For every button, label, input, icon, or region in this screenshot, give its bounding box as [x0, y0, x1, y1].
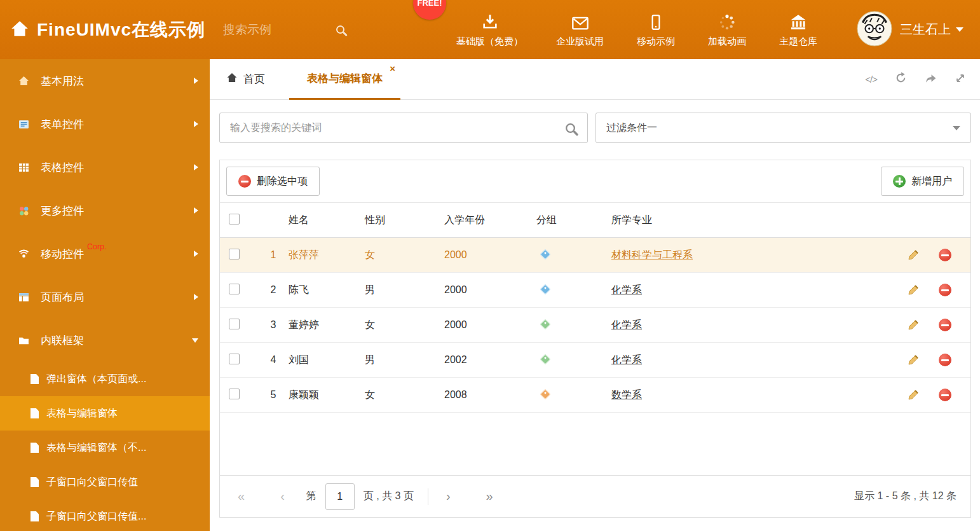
filter-bar: 过滤条件一 — [219, 113, 971, 143]
filter-dropdown[interactable]: 过滤条件一 — [595, 113, 971, 143]
major-link[interactable]: 数学系 — [611, 389, 642, 400]
sidebar-item-iframe[interactable]: 内联框架 — [0, 319, 210, 362]
nav-item-basic-version[interactable]: FREE! 基础版（免费） — [440, 12, 540, 48]
chevron-down-icon — [956, 27, 963, 32]
nav-item-theme-store[interactable]: 主题仓库 — [763, 12, 834, 48]
sidebar-subitem-popup-window[interactable]: 弹出窗体（本页面或... — [0, 362, 210, 396]
main-content: 首页 表格与编辑窗体 × </> 过滤条件一 — [210, 59, 980, 531]
fullscreen-icon[interactable] — [955, 72, 966, 86]
prev-page-button[interactable]: ‹ — [276, 489, 289, 504]
group-tag-icon — [540, 389, 551, 400]
header-search-input[interactable] — [223, 23, 331, 37]
keyword-search-input[interactable] — [230, 122, 566, 134]
edit-icon[interactable] — [899, 319, 927, 331]
sidebar-item-label: 基本用法 — [41, 74, 84, 88]
brand[interactable]: FineUIMvc在线示例 — [10, 18, 205, 42]
table-row[interactable]: 4 刘国 男 2002 化学系 — [220, 343, 970, 378]
row-checkbox[interactable] — [229, 389, 240, 399]
share-icon[interactable] — [925, 72, 937, 86]
enroll-year: 2002 — [444, 354, 536, 366]
record-summary: 显示 1 - 5 条 , 共 12 条 — [854, 490, 956, 503]
sidebar-item-label: 移动控件 — [41, 247, 84, 261]
delete-row-icon[interactable] — [939, 249, 951, 261]
keyword-search — [219, 113, 588, 143]
close-icon[interactable]: × — [390, 63, 395, 74]
sidebar-subitem-grid-edit-window[interactable]: 表格与编辑窗体 — [0, 396, 210, 431]
row-checkbox[interactable] — [229, 284, 240, 294]
search-icon[interactable] — [566, 123, 575, 133]
student-gender: 女 — [365, 389, 444, 402]
next-page-button[interactable]: › — [442, 489, 454, 504]
sidebar-item-more-controls[interactable]: 更多控件 — [0, 189, 210, 232]
delete-row-icon[interactable] — [939, 389, 951, 401]
page-icon — [31, 374, 39, 384]
view-source-icon[interactable]: </> — [865, 74, 877, 85]
tab-grid-edit-window[interactable]: 表格与编辑窗体 × — [289, 59, 400, 100]
header-search — [223, 23, 369, 37]
nav-item-mobile-demo[interactable]: 移动示例 — [620, 12, 691, 48]
tab-tools: </> — [865, 72, 966, 86]
nav-label: 企业版试用 — [556, 36, 604, 48]
table-row[interactable]: 1 张萍萍 女 2000 材料科学与工程系 — [220, 238, 970, 273]
table-row[interactable]: 3 董婷婷 女 2000 化学系 — [220, 308, 970, 343]
col-header-group[interactable]: 分组 — [536, 214, 611, 227]
plus-circle-icon — [893, 175, 906, 188]
col-header-year[interactable]: 入学年份 — [444, 214, 536, 227]
user-menu[interactable]: 三生石上 — [857, 11, 963, 49]
sidebar-item-mobile-controls[interactable]: 移动控件 Corp. — [0, 232, 210, 275]
row-checkbox[interactable] — [229, 249, 240, 259]
major-link[interactable]: 化学系 — [611, 284, 642, 295]
chevron-right-icon — [194, 164, 198, 170]
student-name: 董婷婷 — [289, 319, 365, 332]
edit-icon[interactable] — [899, 284, 927, 296]
edit-icon[interactable] — [899, 354, 927, 366]
sidebar-item-basic-usage[interactable]: 基本用法 — [0, 59, 210, 102]
table-row[interactable]: 5 康颖颖 女 2008 数学系 — [220, 378, 970, 413]
table-icon — [18, 162, 32, 173]
top-header: FineUIMvc在线示例 FREE! 基础版（免费） 企业版试用 移动示例 — [0, 0, 980, 59]
row-checkbox[interactable] — [229, 319, 240, 329]
sidebar-subitem-label: 子窗口向父窗口传值 — [46, 476, 138, 489]
delete-selected-button[interactable]: 删除选中项 — [226, 167, 320, 196]
layout-icon — [18, 292, 32, 303]
row-number: 5 — [258, 389, 289, 401]
table-row[interactable]: 2 陈飞 男 2000 化学系 — [220, 273, 970, 308]
select-all-checkbox[interactable] — [229, 214, 240, 224]
edit-icon[interactable] — [899, 389, 927, 401]
edit-icon[interactable] — [899, 249, 927, 261]
major-link[interactable]: 化学系 — [611, 354, 642, 365]
delete-row-icon[interactable] — [939, 284, 951, 296]
chevron-right-icon — [194, 294, 198, 300]
row-checkbox[interactable] — [229, 354, 240, 364]
first-page-button[interactable]: « — [234, 489, 248, 504]
enroll-year: 2008 — [444, 389, 536, 401]
nav-item-loading-animation[interactable]: 加载动画 — [691, 12, 763, 48]
sidebar-item-page-layout[interactable]: 页面布局 — [0, 275, 210, 319]
page-number-input[interactable] — [325, 483, 355, 510]
corp-badge: Corp. — [87, 242, 107, 251]
sidebar-subitem-child-to-parent[interactable]: 子窗口向父窗口传值 — [0, 465, 210, 499]
last-page-button[interactable]: » — [482, 489, 497, 504]
nav-item-enterprise-trial[interactable]: 企业版试用 — [540, 12, 620, 48]
add-user-label: 新增用户 — [911, 175, 952, 188]
search-icon[interactable] — [336, 25, 344, 34]
major-link[interactable]: 化学系 — [611, 319, 642, 330]
refresh-icon[interactable] — [895, 72, 907, 86]
folder-icon — [18, 335, 32, 346]
sidebar-item-table-controls[interactable]: 表格控件 — [0, 146, 210, 189]
add-user-button[interactable]: 新增用户 — [881, 167, 964, 196]
enroll-year: 2000 — [444, 319, 536, 331]
col-header-major[interactable]: 所学专业 — [611, 214, 899, 227]
tab-home[interactable]: 首页 — [220, 72, 271, 86]
col-header-name[interactable]: 姓名 — [289, 214, 365, 227]
col-header-gender[interactable]: 性别 — [365, 214, 444, 227]
sidebar-item-form-controls[interactable]: 表单控件 — [0, 102, 210, 146]
delete-row-icon[interactable] — [939, 354, 951, 366]
page-count-text: 页 , 共 3 页 — [364, 490, 414, 503]
major-link[interactable]: 材料科学与工程系 — [611, 249, 693, 260]
delete-row-icon[interactable] — [939, 319, 951, 331]
sidebar-subitem-grid-edit-window-2[interactable]: 表格与编辑窗体（不... — [0, 431, 210, 465]
chevron-down-icon — [192, 338, 198, 343]
page-label: 第 — [306, 490, 316, 503]
sidebar-subitem-child-to-parent-2[interactable]: 子窗口向父窗口传值... — [0, 499, 210, 531]
